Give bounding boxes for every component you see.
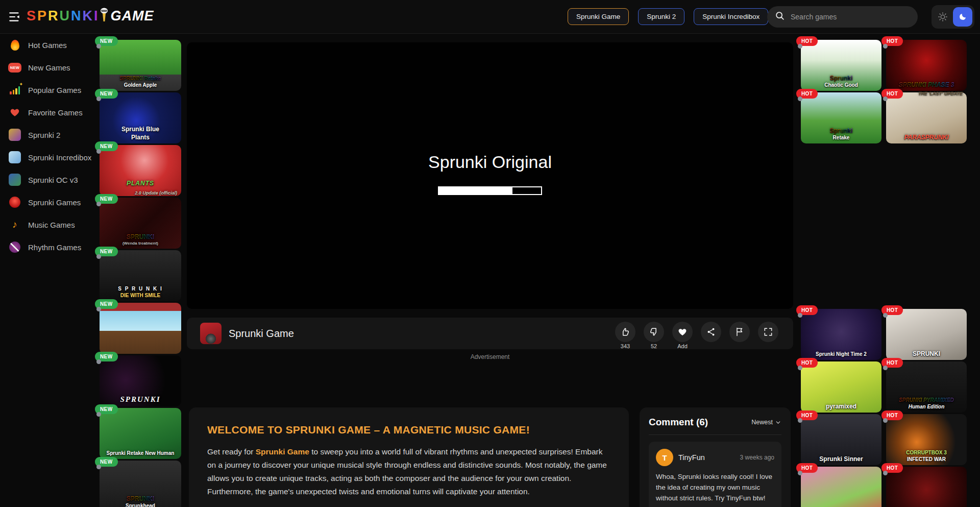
share-icon <box>701 322 721 342</box>
game-thumbnail[interactable]: NEW <box>100 303 181 354</box>
comment-author: TinyFun <box>678 453 705 462</box>
game-thumbnail[interactable]: NEW PLANTS <box>100 145 181 196</box>
sidebar-item-sprunki-2[interactable]: Sprunki 2 <box>0 124 96 146</box>
hot-badge: HOT <box>881 305 903 315</box>
report-button[interactable] <box>728 322 751 350</box>
game-thumbnail[interactable]: HOT SprunkiChaotic Good <box>801 40 881 91</box>
light-mode-button[interactable] <box>934 8 952 26</box>
sidebar-item-hot-games[interactable]: Hot Games <box>0 34 96 56</box>
nav-tab-sprunki-2[interactable]: Sprunki 2 <box>638 8 684 25</box>
hot-badge: HOT <box>796 463 818 473</box>
like-button[interactable]: 343 <box>614 322 637 350</box>
heart-icon <box>672 322 693 342</box>
sidebar-item-rhythm-games[interactable]: Rhythm Games <box>0 236 96 258</box>
new-badge: NEW <box>95 404 118 414</box>
chevron-down-icon <box>775 419 781 426</box>
hot-badge: HOT <box>796 411 818 420</box>
fire-icon <box>8 38 21 52</box>
comment-item: T TinyFun 3 weeks ago Whoa, Sprunki look… <box>649 442 781 507</box>
sprunki-oc-thumb-icon <box>8 173 21 186</box>
game-thumbnail[interactable]: HOT Sprunki Night Time 2 <box>801 309 881 360</box>
game-thumbnail[interactable]: NEW SPRUNKISprunkhead <box>100 461 181 507</box>
right-games-bottom-grid: HOT Sprunki Night Time 2 HOT SPRUNKI HOT… <box>801 309 968 507</box>
dark-mode-button[interactable] <box>953 7 972 27</box>
bar-chart-icon: ✦ <box>8 83 21 96</box>
theme-toggle <box>932 5 974 29</box>
hot-badge: HOT <box>881 358 903 368</box>
sidebar: Hot Games NEW New Games ✦ Popular Games … <box>0 34 96 507</box>
hot-badge: HOT <box>796 305 818 315</box>
sidebar-item-sprunki-games[interactable]: Sprunki Games <box>0 191 96 213</box>
comment-body: Whoa, Sprunki looks really cool! I love … <box>656 472 774 504</box>
right-games-top-grid: HOT SprunkiChaotic Good HOT SPRUNKI PHAS… <box>801 40 968 143</box>
game-thumbnail[interactable]: NEW SPRUNKI <box>100 355 181 406</box>
new-badge: NEW <box>95 247 118 256</box>
welcome-paragraph-1: Get ready for Sprunki Game to sweep you … <box>207 445 610 498</box>
game-thumbnail[interactable]: NEW S P R U N K IDIE WITH SMILE <box>100 250 181 301</box>
game-thumbnail[interactable]: NEW SPRUNKI RetakeGolden Apple <box>100 40 181 91</box>
game-thumbnail[interactable]: HOT SPRUNKI <box>886 309 967 360</box>
new-badge: NEW <box>95 299 118 309</box>
new-badge: NEW <box>95 352 118 361</box>
game-thumbnail[interactable]: HOT Sprunki Sinner <box>801 414 881 465</box>
game-thumbnail[interactable]: HOT SprunkiRetake <box>801 92 881 143</box>
sidebar-item-new-games[interactable]: NEW New Games <box>0 56 96 79</box>
comments-sort-dropdown[interactable]: Newest <box>751 419 781 426</box>
divider <box>649 434 781 435</box>
microphone-icon <box>100 7 108 25</box>
sidebar-item-sprunki-oc-v3[interactable]: Sprunki OC v3 <box>0 168 96 191</box>
sprunki-incredibox-thumb-icon <box>8 151 21 164</box>
game-thumbnail[interactable]: HOT THE 'LAST' UPDATEPARASPRUNKI <box>886 92 967 143</box>
menu-icon[interactable] <box>6 9 23 25</box>
rhythm-icon <box>8 240 21 254</box>
music-note-icon: ♪ <box>8 218 21 231</box>
fullscreen-button[interactable] <box>756 322 780 350</box>
fullscreen-icon <box>758 322 778 342</box>
game-thumbnail[interactable]: HOT SPRUNKI PHASE 8 <box>886 467 967 507</box>
sprunki-2-thumb-icon <box>8 128 21 141</box>
new-badge: NEW <box>95 141 118 151</box>
game-thumbnail[interactable]: NEW Sprunki Retake New Human <box>100 408 181 459</box>
new-badge: NEW <box>95 89 118 99</box>
nav-tab-sprunki-game[interactable]: Sprunki Game <box>568 8 629 25</box>
thumbs-up-icon <box>615 322 635 342</box>
sidebar-item-sprunki-incredibox[interactable]: Sprunki Incredibox <box>0 146 96 168</box>
header-nav: Sprunki Game Sprunki 2 Sprunki Incredibo… <box>568 8 768 25</box>
dislike-button[interactable]: 52 <box>642 322 666 350</box>
comments-title: Comment (6) <box>649 417 708 428</box>
hot-badge: HOT <box>796 36 818 46</box>
advertisement-label: Advertisement <box>187 353 793 360</box>
thumbs-down-icon <box>644 322 664 342</box>
game-thumbnail[interactable]: HOT CORRUPTBOX 3INFECTED WAR <box>886 414 967 465</box>
site-logo[interactable]: S P R U N K I GAME <box>27 7 154 25</box>
hot-badge: HOT <box>881 411 903 420</box>
favorite-button[interactable]: Add <box>671 322 694 350</box>
flag-icon <box>729 322 750 342</box>
heart-icon <box>8 106 21 119</box>
game-thumbnail[interactable]: NEW 2.0 Update (official)SPRUNKI(Wenda t… <box>100 198 181 249</box>
game-thumbnail[interactable]: NEW Sprunki BluePlants <box>100 92 181 143</box>
left-games-column: NEW SPRUNKI RetakeGolden Apple NEW Sprun… <box>100 40 181 507</box>
welcome-section: WELCOME TO SPRUNKI GAME – A MAGNETIC MUS… <box>189 407 629 507</box>
hot-badge: HOT <box>881 89 903 99</box>
game-thumbnail[interactable]: HOT pyramixed <box>801 361 881 413</box>
search-input[interactable] <box>791 13 903 21</box>
sidebar-item-popular-games[interactable]: ✦ Popular Games <box>0 79 96 101</box>
sidebar-item-music-games[interactable]: ♪ Music Games <box>0 213 96 236</box>
share-button[interactable] <box>699 322 723 350</box>
new-badge-icon: NEW <box>8 61 21 74</box>
new-badge: NEW <box>95 194 118 204</box>
sidebar-item-favorite-games[interactable]: Favorite Games <box>0 101 96 124</box>
comment-time: 3 weeks ago <box>740 454 774 461</box>
game-icon <box>200 323 222 344</box>
game-thumbnail[interactable]: HOT SPRUNKI PYRAMIXEDHuman Edition <box>886 361 967 413</box>
nav-tab-sprunki-incredibox[interactable]: Sprunki Incredibox <box>694 8 768 25</box>
devil-icon <box>8 196 21 209</box>
game-thumbnail[interactable]: HOT SPRUNKI PHASE 3 <box>886 40 967 91</box>
welcome-heading: WELCOME TO SPRUNKI GAME – A MAGNETIC MUS… <box>207 424 610 436</box>
header: S P R U N K I GAME Sprunki Game Sprunki … <box>0 0 980 34</box>
loading-bar <box>438 186 542 195</box>
hot-badge: HOT <box>881 36 903 46</box>
game-actions: 343 52 Add <box>614 317 780 350</box>
game-thumbnail[interactable]: HOT <box>801 467 881 507</box>
